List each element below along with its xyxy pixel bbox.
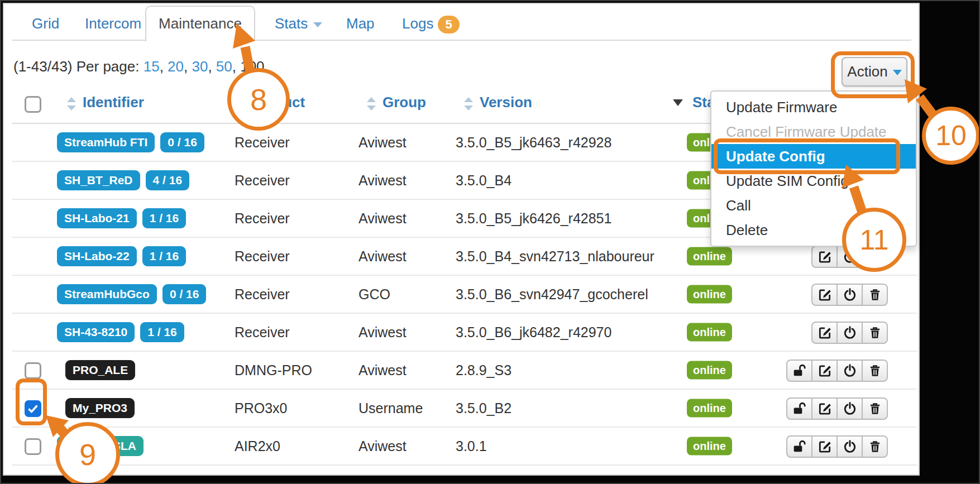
power-button[interactable]: [836, 435, 863, 458]
edit-icon: [818, 439, 832, 454]
edit-button[interactable]: [811, 360, 838, 382]
unlock-button[interactable]: [786, 360, 812, 382]
trash-icon: [868, 363, 882, 378]
trash-icon: [868, 439, 882, 454]
column-header-identifier[interactable]: Identifier: [83, 94, 144, 111]
delete-button[interactable]: [862, 360, 888, 382]
edit-button[interactable]: [811, 397, 838, 420]
callout-label: 10: [935, 119, 967, 152]
select-all-checkbox[interactable]: [25, 96, 41, 113]
tab-maintenance[interactable]: Maintenance: [145, 6, 255, 41]
per-page-50-link[interactable]: 50: [216, 58, 232, 75]
row-checkbox[interactable]: [25, 438, 41, 455]
power-icon: [843, 325, 857, 340]
identifier-badge: StreamHubGco: [57, 284, 157, 304]
sort-descending-icon: [673, 99, 683, 106]
callout-circle-9: 9: [55, 422, 120, 484]
pagination-bar: (1-43/43) Per page: 15, 20, 30, 50, 100: [13, 58, 265, 75]
trash-icon: [868, 325, 882, 340]
group-cell: Aviwest: [358, 162, 407, 199]
status-badge: online: [687, 323, 732, 342]
version-cell: 3.5.0_B6_jk6482_r42970: [456, 314, 611, 351]
callout-label: 9: [79, 437, 96, 472]
delete-button[interactable]: [862, 435, 888, 458]
unlock-button[interactable]: [786, 397, 812, 420]
edit-button[interactable]: [811, 322, 838, 344]
status-badge: online: [687, 285, 732, 304]
power-button[interactable]: [836, 322, 863, 344]
delete-button[interactable]: [862, 322, 888, 344]
channel-count-badge: 1 / 16: [140, 322, 184, 342]
row-actions: [786, 397, 888, 420]
callout-circle-10: 10: [922, 107, 980, 165]
edit-icon: [818, 325, 832, 340]
tab-maintenance-label: Maintenance: [159, 15, 242, 32]
row-actions: [811, 284, 888, 306]
channel-count-badge: 1 / 16: [142, 246, 187, 266]
screenshot-canvas: Grid Intercom Maintenance Stats Map Logs…: [0, 0, 980, 484]
separator: ,: [160, 58, 168, 75]
edit-button[interactable]: [811, 435, 838, 458]
row-checkbox[interactable]: [25, 362, 41, 379]
power-icon: [843, 439, 857, 454]
column-header-version[interactable]: Version: [480, 94, 532, 111]
edit-icon: [818, 250, 832, 264]
channel-count-badge: 0 / 16: [160, 132, 204, 152]
unlock-icon: [792, 363, 807, 378]
row-actions: [786, 360, 888, 382]
status-badge: online: [687, 361, 732, 380]
group-cell: Username: [358, 390, 423, 427]
status-badge: online: [687, 399, 732, 418]
delete-button[interactable]: [862, 397, 888, 420]
edit-icon: [818, 287, 832, 302]
table-row: SLA AIR2x0 Aviwest 3.0.1 online: [12, 428, 917, 466]
table-row: SH-43-82101 / 16 Receiver Aviwest 3.5.0_…: [12, 314, 917, 352]
tab-map[interactable]: Map: [346, 15, 375, 32]
tab-stats[interactable]: Stats: [275, 15, 322, 32]
edit-button[interactable]: [811, 284, 838, 306]
group-cell: Aviwest: [358, 238, 407, 275]
status-badge: online: [687, 437, 732, 456]
tab-grid[interactable]: Grid: [32, 15, 59, 32]
edit-button[interactable]: [811, 246, 838, 268]
product-cell: Receiver: [235, 162, 290, 199]
separator: ,: [184, 58, 192, 75]
group-cell: Aviwest: [358, 352, 407, 389]
per-page-20-link[interactable]: 20: [168, 58, 184, 75]
tab-logs-label: Logs: [402, 15, 433, 32]
callout-label: 11: [860, 224, 889, 256]
power-button[interactable]: [836, 284, 863, 306]
power-icon: [843, 401, 857, 416]
power-icon: [843, 287, 857, 302]
callout-circle-11: 11: [842, 208, 906, 272]
trash-icon: [868, 287, 882, 302]
unlock-button[interactable]: [786, 435, 812, 458]
channel-count-badge: 1 / 16: [142, 208, 187, 228]
row-actions: [811, 322, 888, 344]
table-row: PRO_ALE DMNG-PRO Aviwest 2.8.9_S3 online: [12, 352, 917, 390]
identifier-badge: SH-Labo-21: [57, 208, 137, 228]
callout-highlight-action-button: [831, 51, 915, 98]
identifier-badge: PRO_ALE: [65, 360, 135, 380]
callout-highlight-update-config: [714, 138, 900, 174]
per-page-15-link[interactable]: 15: [144, 58, 160, 75]
version-cell: 3.5.0_B5_jk6426_r42851: [456, 200, 611, 237]
product-cell: PRO3x0: [235, 390, 287, 427]
delete-button[interactable]: [862, 284, 888, 306]
column-header-group[interactable]: Group: [383, 94, 426, 111]
status-badge: online: [687, 247, 732, 266]
tab-intercom[interactable]: Intercom: [85, 15, 141, 32]
version-cell: 3.5.0_B4_svn42713_nlaboureur: [456, 238, 654, 275]
product-cell: DMNG-PRO: [235, 352, 312, 389]
product-cell: Receiver: [235, 200, 290, 237]
product-cell: Receiver: [235, 238, 290, 275]
per-page-30-link[interactable]: 30: [192, 58, 208, 75]
unlock-icon: [792, 401, 807, 416]
sort-icon: [67, 96, 76, 113]
tab-logs[interactable]: Logs5: [402, 15, 460, 33]
power-button[interactable]: [836, 360, 863, 382]
menu-item-update-firmware[interactable]: Update Firmware: [711, 95, 916, 119]
group-cell: Aviwest: [358, 428, 407, 464]
version-cell: 3.0.1: [456, 428, 487, 464]
power-button[interactable]: [836, 397, 863, 420]
